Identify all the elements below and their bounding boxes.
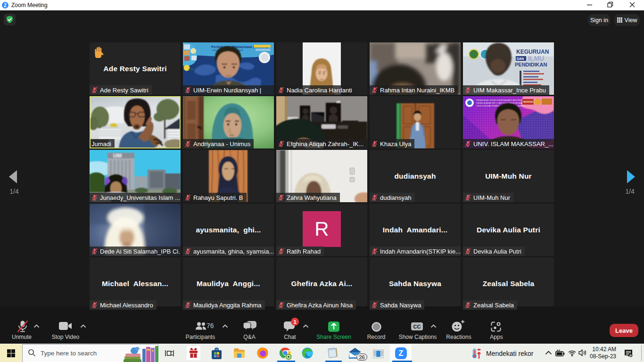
svg-text:KEGURUAN: KEGURUAN [516, 49, 549, 55]
svg-text:UIM: UIM [113, 153, 122, 158]
svg-text:PENDIDIKAN: PENDIDIKAN [515, 62, 547, 67]
svg-text:um: um [189, 67, 194, 71]
svg-text:Z: Z [4, 3, 7, 8]
svg-text:MERDEKA: MERDEKA [523, 100, 536, 103]
svg-text:DAN: DAN [517, 57, 524, 60]
svg-text:ILMU: ILMU [528, 55, 544, 62]
